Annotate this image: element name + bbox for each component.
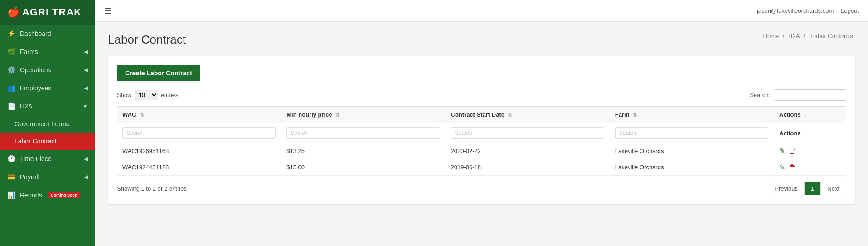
col-header-farm[interactable]: Farm ⇅ [610, 107, 774, 123]
next-page-button[interactable]: Next [820, 182, 846, 195]
sidebar-item-dashboard[interactable]: ⚡ Dashboard [0, 25, 95, 43]
page-title: Labor Contract [108, 33, 186, 47]
sidebar-item-operations[interactable]: ⚙️ Operations ◀ [0, 61, 95, 79]
entries-per-page-select[interactable]: 10 25 50 100 [135, 90, 158, 100]
sidebar-item-label: Dashboard [20, 30, 51, 37]
breadcrumb: Home / H2A / Labor Contracts [763, 33, 855, 39]
delete-button[interactable]: 🗑 [789, 163, 796, 172]
sort-icon-wac: ⇅ [140, 112, 144, 118]
edit-button[interactable]: ✎ [779, 163, 785, 172]
sidebar: 🍎 AGRI TRAK ⚡ Dashboard 🌿 Farms ◀ ⚙️ Ope… [0, 0, 95, 246]
breadcrumb-sep2: / [803, 33, 806, 39]
sidebar-item-government-forms[interactable]: Government Forms [0, 115, 95, 133]
search-cell-min-hourly [281, 123, 445, 143]
reports-icon: 📊 [7, 191, 15, 199]
sidebar-item-label: Government Forms [15, 120, 69, 128]
actions-sub-label: Actions [779, 130, 801, 137]
showing-entries-text: Showing 1 to 2 of 2 entries [117, 185, 187, 192]
farm-search-input[interactable] [615, 127, 768, 139]
table-header-row: WAC ⇅ Min hourly price ⇅ Contract Start … [117, 107, 846, 123]
content-card: Create Labor Contract Show 10 25 50 100 … [108, 56, 855, 204]
cell-wac: WAC1926951168 [117, 143, 281, 159]
sort-icon-farm: ⇅ [633, 112, 637, 118]
table-search-row: Actions [117, 123, 846, 143]
sidebar-item-payroll[interactable]: 💳 Payroll ◀ [0, 168, 95, 186]
sidebar-item-reports[interactable]: 📊 Reports Coming Soon [0, 186, 95, 204]
sidebar-item-label: Reports [20, 192, 42, 199]
main-area: ☰ jason@lakevilleorchards.com Logout Lab… [95, 0, 868, 246]
breadcrumb-current: Labor Contracts [811, 33, 853, 39]
edit-button[interactable]: ✎ [779, 147, 785, 155]
global-search-input[interactable] [774, 89, 846, 101]
employees-icon: 👥 [7, 84, 15, 92]
min-hourly-search-input[interactable] [286, 127, 440, 139]
row-actions: ✎ 🗑 [779, 163, 841, 172]
cell-actions: ✎ 🗑 [774, 143, 846, 159]
sidebar-item-label: Farms [20, 48, 38, 55]
chevron-icon: ◀ [84, 67, 88, 73]
col-header-actions: Actions ↓ [774, 107, 846, 123]
sort-icon-actions: ↓ [804, 112, 807, 118]
menu-toggle-button[interactable]: ☰ [104, 6, 112, 16]
coming-soon-badge: Coming Soon [48, 192, 80, 198]
global-search-control: Search: [750, 89, 846, 101]
search-cell-actions: Actions [774, 123, 846, 143]
sidebar-item-label: H2A [20, 103, 32, 110]
table-body: WAC1926951168 $13.25 2020-02-22 Lakevill… [117, 143, 846, 176]
sidebar-item-time-piece[interactable]: 🕐 Time Piece ◀ [0, 150, 95, 168]
cell-start-date: 2019-06-18 [446, 159, 610, 176]
sidebar-item-employees[interactable]: 👥 Employees ◀ [0, 79, 95, 97]
search-cell-start-date [446, 123, 610, 143]
breadcrumb-h2a[interactable]: H2A [788, 33, 800, 39]
sidebar-item-label: Time Piece [20, 155, 52, 162]
payroll-icon: 💳 [7, 173, 15, 181]
h2a-icon: 📄 [7, 102, 15, 110]
sidebar-item-labor-contract[interactable]: Labor Contract [0, 133, 95, 150]
start-date-search-input[interactable] [451, 127, 604, 139]
chevron-icon: ◀ [84, 49, 88, 55]
show-entries-control: Show 10 25 50 100 entries [117, 90, 179, 100]
topbar-right: jason@lakevilleorchards.com Logout [757, 7, 859, 14]
col-header-wac[interactable]: WAC ⇅ [117, 107, 281, 123]
col-label-wac: WAC [122, 111, 136, 118]
sidebar-item-h2a[interactable]: 📄 H2A ▼ [0, 97, 95, 115]
col-header-min-hourly[interactable]: Min hourly price ⇅ [281, 107, 445, 123]
create-labor-contract-button[interactable]: Create Labor Contract [117, 65, 200, 81]
cell-start-date: 2020-02-22 [446, 143, 610, 159]
row-actions: ✎ 🗑 [779, 147, 841, 155]
sort-icon-start-date: ⇅ [508, 112, 512, 118]
time-piece-icon: 🕐 [7, 155, 15, 163]
labor-contracts-table: WAC ⇅ Min hourly price ⇅ Contract Start … [117, 106, 846, 176]
search-cell-farm [610, 123, 774, 143]
search-cell-wac [117, 123, 281, 143]
col-label-min-hourly: Min hourly price [286, 111, 332, 118]
col-header-start-date[interactable]: Contract Start Date ⇅ [446, 107, 610, 123]
dashboard-icon: ⚡ [7, 30, 15, 38]
content-area: Labor Contract Home / H2A / Labor Contra… [95, 22, 868, 246]
sort-icon-min-hourly: ⇅ [335, 112, 339, 118]
pagination-bar: Showing 1 to 2 of 2 entries Previous 1 N… [117, 182, 846, 195]
sidebar-item-label: Employees [20, 84, 51, 92]
col-label-start-date: Contract Start Date [451, 111, 504, 118]
sidebar-item-farms[interactable]: 🌿 Farms ◀ [0, 43, 95, 61]
breadcrumb-home[interactable]: Home [763, 33, 779, 39]
col-label-farm: Farm [615, 111, 630, 118]
delete-button[interactable]: 🗑 [789, 147, 796, 155]
sidebar-item-label: Payroll [20, 173, 39, 181]
breadcrumb-sep1: / [783, 33, 786, 39]
chevron-icon: ◀ [84, 174, 88, 180]
logout-button[interactable]: Logout [841, 7, 859, 14]
chevron-down-icon: ▼ [82, 103, 88, 109]
logo-text: AGRI TRAK [22, 6, 82, 18]
previous-page-button[interactable]: Previous [768, 182, 805, 195]
cell-min-hourly: $13.25 [281, 143, 445, 159]
wac-search-input[interactable] [122, 127, 276, 139]
user-email: jason@lakevilleorchards.com [757, 7, 834, 14]
entries-label: entries [161, 92, 179, 98]
farms-icon: 🌿 [7, 48, 15, 56]
table-row: WAC1926951168 $13.25 2020-02-22 Lakevill… [117, 143, 846, 159]
cell-farm: Lakeville Orchards [610, 159, 774, 176]
operations-icon: ⚙️ [7, 66, 15, 74]
search-label: Search: [750, 92, 770, 98]
page-number-button[interactable]: 1 [805, 182, 820, 195]
